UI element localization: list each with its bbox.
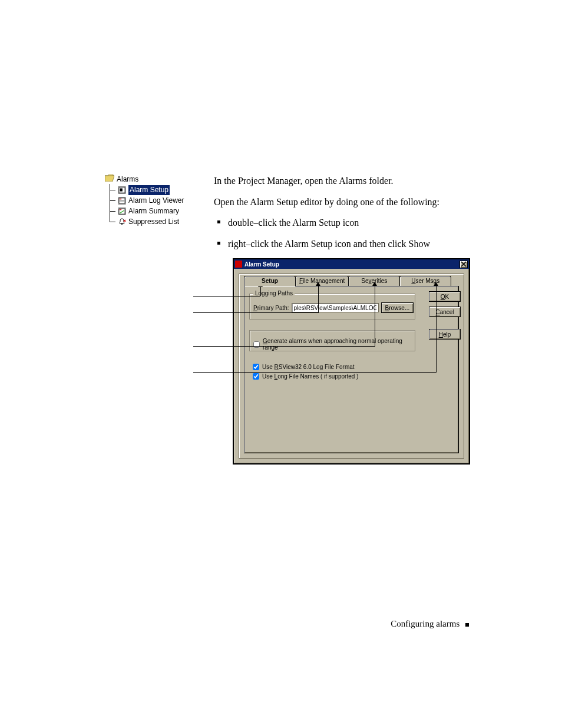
dialog-titlebar: Alarm Setup [234, 259, 469, 269]
callout-line [193, 346, 245, 347]
group-generate-alarms: Generate alarms when approaching normal … [249, 330, 415, 351]
paragraph: Open the Alarm Setup editor by doing one… [214, 196, 473, 209]
group-logging-paths: Logging Paths Primary Path: Browse... [249, 294, 415, 319]
callout-arrow-icon [316, 282, 320, 286]
svg-rect-4 [120, 200, 124, 201]
alarm-setup-icon [118, 186, 126, 194]
callout-arrow-icon [434, 282, 438, 286]
close-button[interactable] [459, 261, 468, 268]
suppressed-list-icon [118, 218, 126, 226]
button-label: Cancel [435, 309, 454, 315]
checkbox-rsview-format[interactable]: Use RSView32 6.0 Log File Format [253, 364, 355, 370]
button-label: Help [439, 331, 451, 338]
tree-item-label: Alarm Summary [128, 206, 179, 216]
bullet-item: right–click the Alarm Setup icon and the… [228, 238, 473, 251]
tree-item-label: Suppressed List [128, 217, 179, 227]
project-tree: Alarms Alarm Setup Alarm Log Viewer [105, 174, 184, 228]
help-button[interactable]: Help [429, 329, 461, 340]
tabs: Setup File Management Severities User Ms… [244, 276, 451, 286]
alarm-log-viewer-icon [118, 197, 126, 205]
folder-open-icon [105, 174, 114, 185]
svg-rect-3 [120, 199, 121, 200]
tree-item-alarm-setup[interactable]: Alarm Setup [111, 185, 184, 195]
checkbox-label: Use RSView32 6.0 Log File Format [262, 364, 355, 370]
dialog-title: Alarm Setup [244, 261, 279, 268]
tab-panel-setup: Logging Paths Primary Path: Browse... Ge… [244, 286, 459, 453]
button-label: Browse... [385, 305, 410, 311]
dialog-side-buttons: OK Cancel Help [429, 291, 461, 340]
alarm-summary-icon [118, 207, 126, 215]
callout-line [245, 346, 375, 347]
primary-path-input[interactable] [292, 303, 379, 312]
svg-rect-8 [121, 223, 123, 225]
tab-setup[interactable]: Setup [244, 276, 296, 286]
button-label: OK [441, 294, 449, 300]
callout-arrow-icon [372, 282, 377, 286]
app-icon [235, 261, 242, 268]
cancel-button[interactable]: Cancel [429, 307, 461, 317]
footer-text: Configuring alarms [391, 619, 459, 628]
browse-button[interactable]: Browse... [381, 302, 414, 313]
tree-item-suppressed-list[interactable]: Suppressed List [111, 217, 184, 227]
callout-line [375, 285, 375, 347]
tree-item-alarm-summary[interactable]: Alarm Summary [111, 206, 184, 216]
svg-rect-1 [120, 189, 123, 192]
ok-button[interactable]: OK [429, 291, 461, 302]
svg-rect-7 [120, 209, 121, 210]
page-footer: Configuring alarms [0, 619, 562, 629]
callout-line [318, 285, 319, 313]
tab-label: Setup [262, 278, 278, 284]
footer-square-icon [465, 623, 469, 627]
tab-user-msgs[interactable]: User Msgs [399, 276, 451, 286]
callout-line [193, 296, 260, 297]
primary-path-label: Primary Path: [253, 305, 289, 311]
tree-item-label: Alarm Log Viewer [128, 196, 184, 206]
tree-item-alarm-log-viewer[interactable]: Alarm Log Viewer [111, 196, 184, 206]
tree-root-alarms[interactable]: Alarms [105, 174, 184, 185]
bullet-item: double–click the Alarm Setup icon [228, 216, 473, 229]
callout-line [436, 285, 437, 373]
alarm-setup-dialog: Alarm Setup Setup File Management Severi… [233, 258, 470, 465]
callout-line [364, 372, 437, 373]
callout-line [251, 312, 319, 313]
svg-rect-5 [120, 202, 124, 202]
tab-file-management[interactable]: File Management [295, 276, 349, 286]
tree-item-label: Alarm Setup [128, 185, 170, 195]
paragraph: In the Project Manager, open the Alarms … [214, 174, 473, 187]
checkbox-input[interactable] [253, 364, 259, 370]
tree-root-label: Alarms [117, 174, 138, 185]
checkbox-generate-alarms[interactable]: Generate alarms when approaching normal … [253, 338, 415, 351]
checkbox-input[interactable] [253, 373, 259, 380]
checkbox-label: Generate alarms when approaching normal … [263, 338, 415, 351]
body-text: In the Project Manager, open the Alarms … [214, 174, 473, 258]
callout-line [193, 312, 251, 313]
callout-line [260, 286, 261, 296]
callout-line [193, 372, 364, 373]
checkbox-label: Use Long File Names ( if supported ) [262, 373, 358, 380]
tab-label: File Management [299, 278, 345, 284]
checkbox-long-filenames[interactable]: Use Long File Names ( if supported ) [253, 373, 358, 380]
